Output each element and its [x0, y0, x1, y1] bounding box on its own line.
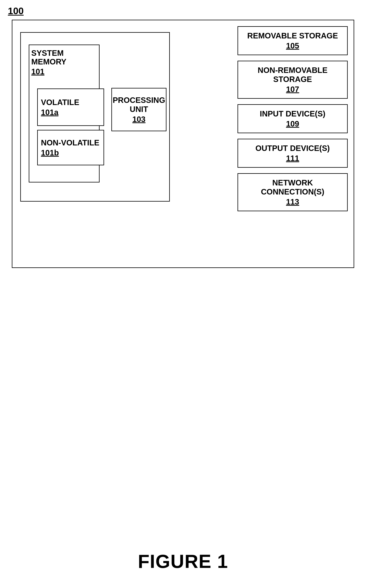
network-connections-title: NETWORKCONNECTION(S)	[261, 178, 324, 196]
non-removable-storage-number: 107	[286, 85, 299, 94]
nonvolatile-title: NON-VOLATILE	[41, 138, 99, 147]
input-devices-box: INPUT DEVICE(S) 109	[237, 104, 348, 133]
input-devices-number: 109	[286, 119, 299, 128]
non-removable-storage-title: NON-REMOVABLESTORAGE	[258, 66, 328, 84]
non-removable-storage-box: NON-REMOVABLESTORAGE 107	[237, 61, 348, 99]
output-devices-box: OUTPUT DEVICE(S) 111	[237, 139, 348, 168]
processing-unit-number: 103	[132, 115, 146, 124]
volatile-title: VOLATILE	[41, 98, 79, 107]
processing-unit-box: PROCESSINGUNIT 103	[111, 88, 167, 131]
network-connections-number: 113	[286, 198, 299, 206]
output-devices-number: 111	[286, 154, 299, 163]
system-memory-label: SYSTEM MEMORY 101	[29, 45, 99, 77]
right-column: REMOVABLE STORAGE 105 NON-REMOVABLESTORA…	[237, 26, 348, 211]
processing-unit-title: PROCESSINGUNIT	[113, 95, 165, 114]
volatile-box: VOLATILE 101a	[37, 88, 104, 126]
network-connections-box: NETWORKCONNECTION(S) 113	[237, 173, 348, 211]
nonvolatile-box: NON-VOLATILE 101b	[37, 130, 104, 165]
page-reference-label: 100	[8, 6, 24, 16]
system-outer-box: SYSTEM MEMORY 101 VOLATILE 101a NON-VOLA…	[20, 32, 170, 202]
nonvolatile-number: 101b	[41, 148, 59, 157]
figure-label: FIGURE 1	[138, 551, 228, 572]
input-devices-title: INPUT DEVICE(S)	[260, 109, 325, 118]
output-devices-title: OUTPUT DEVICE(S)	[255, 144, 330, 153]
removable-storage-number: 105	[286, 41, 299, 50]
system-memory-number: 101	[31, 67, 97, 76]
system-memory-title: SYSTEM MEMORY	[31, 49, 67, 66]
diagram-container: SYSTEM MEMORY 101 VOLATILE 101a NON-VOLA…	[12, 20, 354, 268]
system-memory-box: SYSTEM MEMORY 101 VOLATILE 101a NON-VOLA…	[29, 45, 99, 183]
removable-storage-title: REMOVABLE STORAGE	[247, 31, 338, 40]
volatile-number: 101a	[41, 108, 58, 117]
removable-storage-box: REMOVABLE STORAGE 105	[237, 26, 348, 55]
